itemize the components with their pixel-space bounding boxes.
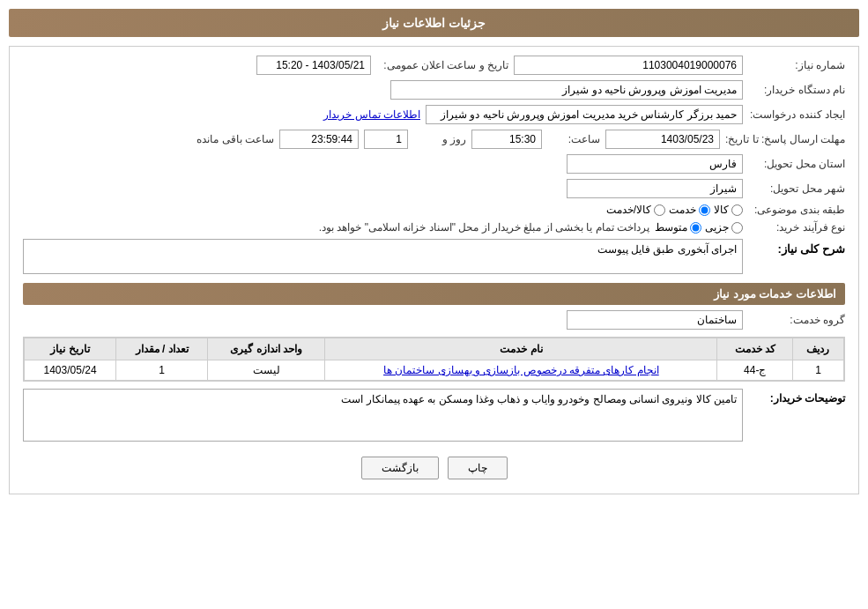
province-label: استان محل تحویل: bbox=[748, 158, 845, 170]
deadline-remaining-input bbox=[279, 130, 359, 149]
category-khedmat-option[interactable]: خدمت bbox=[669, 204, 710, 216]
action-buttons: چاپ بازگشت bbox=[23, 457, 845, 479]
cell-qty: 1 bbox=[116, 360, 208, 381]
print-button[interactable]: چاپ bbox=[448, 457, 508, 479]
creator-label: ایجاد کننده درخواست: bbox=[748, 108, 845, 121]
purchase-type-label: نوع فرآیند خرید: bbox=[748, 221, 845, 234]
deadline-days-label: روز و bbox=[413, 133, 466, 145]
purchase-type-note: پرداخت تمام یا بخشی از مبلغ خریدار از مح… bbox=[319, 221, 649, 234]
buyer-desc-label: توضیحات خریدار: bbox=[748, 389, 845, 405]
services-table: ردیف کد خدمت نام خدمت واحد اندازه گیری ت… bbox=[24, 338, 844, 381]
col-row: ردیف bbox=[792, 338, 843, 360]
purchase-jozee-option[interactable]: جزیی bbox=[705, 221, 743, 234]
deadline-remaining-label: ساعت باقی مانده bbox=[197, 133, 274, 145]
contact-link[interactable]: اطلاعات تماس خریدار bbox=[323, 108, 420, 121]
category-kala-khedmat-option[interactable]: کالا/خدمت bbox=[606, 204, 665, 216]
province-input bbox=[567, 154, 743, 174]
deadline-time-label: ساعت: bbox=[547, 133, 600, 145]
col-qty: تعداد / مقدار bbox=[116, 338, 208, 360]
date-input bbox=[256, 56, 371, 75]
buyer-org-input bbox=[390, 80, 743, 100]
col-unit: واحد اندازه گیری bbox=[208, 338, 325, 360]
buyer-org-label: نام دستگاه خریدار: bbox=[748, 84, 845, 96]
category-label: طبقه بندی موضوعی: bbox=[748, 204, 845, 216]
cell-date: 1403/05/24 bbox=[25, 360, 116, 381]
need-desc-value: اجرای آبخوری طبق فایل پیوست bbox=[23, 239, 743, 274]
service-group-input bbox=[567, 310, 743, 330]
table-row: 1 ج-44 انجام کارهای متفرقه درخصوص بازساز… bbox=[25, 360, 844, 381]
purchase-motavaset-option[interactable]: متوسط bbox=[655, 221, 701, 234]
col-name: نام خدمت bbox=[325, 338, 717, 360]
services-table-container: ردیف کد خدمت نام خدمت واحد اندازه گیری ت… bbox=[23, 337, 845, 382]
services-section-header: اطلاعات خدمات مورد نیاز bbox=[23, 283, 845, 305]
back-button[interactable]: بازگشت bbox=[361, 457, 439, 479]
col-date: تاریخ نیاز bbox=[25, 338, 116, 360]
date-label: تاریخ و ساعت اعلان عمومی: bbox=[376, 59, 508, 71]
need-number-input bbox=[514, 56, 743, 75]
creator-input bbox=[426, 105, 743, 124]
need-number-label: شماره نیاز: bbox=[748, 59, 845, 71]
city-input bbox=[567, 179, 743, 198]
need-desc-section-label: شرح کلی نیاز: bbox=[748, 239, 845, 256]
deadline-time-input bbox=[471, 130, 542, 149]
cell-name[interactable]: انجام کارهای متفرقه درخصوص بازسازی و بهس… bbox=[325, 360, 717, 381]
deadline-label: مهلت ارسال پاسخ: تا تاریخ: bbox=[725, 133, 845, 145]
page-title: جزئیات اطلاعات نیاز bbox=[9, 9, 859, 37]
service-group-label: گروه خدمت: bbox=[748, 314, 845, 326]
cell-code: ج-44 bbox=[717, 360, 793, 381]
col-code: کد خدمت bbox=[717, 338, 793, 360]
category-kala-option[interactable]: کالا bbox=[714, 204, 743, 216]
deadline-days-input bbox=[364, 130, 408, 149]
city-label: شهر محل تحویل: bbox=[748, 182, 845, 195]
cell-row: 1 bbox=[792, 360, 843, 381]
cell-unit: لیست bbox=[208, 360, 325, 381]
deadline-date-input bbox=[605, 130, 720, 149]
buyer-desc-textarea bbox=[23, 389, 743, 442]
